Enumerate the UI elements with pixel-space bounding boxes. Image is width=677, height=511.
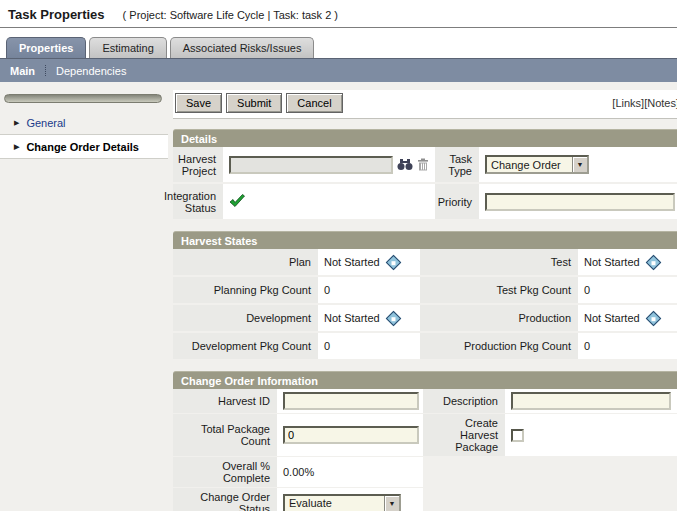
sidebar-item-general[interactable]: ▶ General	[0, 111, 168, 134]
plan-label: Plan	[173, 249, 318, 275]
harvest-id-cell	[277, 389, 423, 413]
integration-status-ok-icon	[229, 194, 245, 209]
change-order-status-select[interactable]: Evaluate ▼	[283, 494, 401, 511]
total-package-count-label: Total Package Count	[173, 414, 277, 456]
development-pkg-count-label: Development Pkg Count	[173, 333, 318, 359]
development-label: Development	[173, 305, 318, 331]
production-pkg-count-label: Production Pkg Count	[420, 333, 578, 359]
test-pkg-count-label: Test Pkg Count	[420, 277, 578, 303]
create-harvest-package-checkbox[interactable]	[511, 429, 524, 442]
cancel-button[interactable]: Cancel	[286, 93, 342, 113]
overall-pct-complete-label: Overall % Complete	[173, 457, 277, 487]
state-diamond-icon	[645, 310, 661, 326]
content-area: ▶ General ▶ Change Order Details Save Su…	[0, 82, 677, 511]
total-package-count-input[interactable]	[283, 426, 419, 444]
state-diamond-icon	[645, 254, 661, 270]
empty-cell	[423, 457, 505, 487]
sidebar-item-change-order-details[interactable]: ▶ Change Order Details	[0, 134, 168, 159]
planning-pkg-count-label: Planning Pkg Count	[173, 277, 318, 303]
harvest-project-label: Harvest Project	[173, 147, 223, 182]
tab-properties[interactable]: Properties	[6, 37, 86, 58]
empty-cell	[423, 488, 505, 511]
subnav-item-main[interactable]: Main	[10, 65, 35, 77]
details-section-header: Details	[173, 129, 677, 147]
total-package-count-cell	[277, 414, 423, 456]
description-cell	[505, 389, 677, 413]
development-value-cell: Not Started	[318, 305, 420, 331]
create-harvest-package-label: Create Harvest Package	[423, 414, 505, 456]
plan-value-cell: Not Started	[318, 249, 420, 275]
change-order-section-header: Change Order Information	[173, 371, 677, 389]
dropdown-arrow-icon: ▼	[572, 157, 587, 172]
tab-associated-risks-issues[interactable]: Associated Risks/Issues	[170, 37, 315, 58]
tab-estimating[interactable]: Estimating	[89, 37, 166, 58]
priority-label: Priority	[435, 184, 479, 219]
empty-cell	[505, 457, 677, 487]
page-title: Task Properties	[8, 7, 105, 22]
empty-cell	[505, 488, 677, 511]
details-section: Details Harvest Project	[173, 129, 677, 219]
browse-binoculars-icon[interactable]	[397, 158, 413, 171]
harvest-project-input[interactable]	[229, 156, 393, 174]
integration-status-label: Integration Status	[173, 184, 223, 219]
test-label: Test	[420, 249, 578, 275]
page-context: ( Project: Software Life Cycle | Task: t…	[123, 9, 338, 21]
production-pkg-count-value: 0	[578, 333, 677, 359]
change-order-status-label: Change Order Status	[173, 488, 277, 511]
links-notes: [Links][Notes]	[612, 97, 677, 109]
chevron-right-icon: ▶	[14, 119, 19, 127]
description-label: Description	[423, 389, 505, 413]
subnav-divider	[45, 65, 46, 76]
priority-input[interactable]	[485, 193, 675, 211]
development-pkg-count-value: 0	[318, 333, 420, 359]
test-value-cell: Not Started	[578, 249, 677, 275]
description-input[interactable]	[511, 392, 671, 410]
change-order-status-cell: Evaluate ▼	[277, 488, 423, 511]
integration-status-cell	[223, 184, 435, 219]
task-type-label: Task Type	[435, 147, 479, 182]
top-action-bar: Save Submit Cancel [Links][Notes]	[173, 90, 677, 119]
harvest-states-section-header: Harvest States	[173, 231, 677, 249]
planning-pkg-count-value: 0	[318, 277, 420, 303]
harvest-id-input[interactable]	[283, 392, 419, 410]
harvest-id-label: Harvest ID	[173, 389, 277, 413]
create-harvest-package-cell	[505, 414, 677, 456]
task-type-select[interactable]: Change Order ▼	[485, 155, 589, 174]
priority-cell	[479, 184, 677, 219]
notes-link[interactable]: [Notes]	[644, 97, 677, 109]
submit-button[interactable]: Submit	[226, 93, 282, 113]
sidebar-collapsed-header[interactable]	[4, 94, 162, 103]
sidebar: ▶ General ▶ Change Order Details	[0, 82, 168, 159]
dropdown-arrow-icon: ▼	[384, 496, 399, 511]
harvest-states-section: Harvest States Plan Not Started Test Not…	[173, 231, 677, 359]
clear-trash-icon[interactable]	[417, 158, 429, 171]
save-button[interactable]: Save	[175, 93, 222, 113]
change-order-section: Change Order Information Harvest ID Desc…	[173, 371, 677, 511]
production-value-cell: Not Started	[578, 305, 677, 331]
production-label: Production	[420, 305, 578, 331]
test-pkg-count-value: 0	[578, 277, 677, 303]
main-panel: Save Submit Cancel [Links][Notes] Detail…	[168, 82, 677, 511]
chevron-right-icon: ▶	[14, 143, 19, 151]
tab-bar: Properties Estimating Associated Risks/I…	[0, 28, 677, 58]
subnav-item-dependencies[interactable]: Dependencies	[56, 65, 126, 77]
subnav-bar: Main Dependencies	[0, 58, 677, 82]
harvest-project-cell	[223, 147, 435, 182]
page-header: Task Properties ( Project: Software Life…	[0, 0, 677, 28]
task-type-cell: Change Order ▼	[479, 147, 677, 182]
links-link[interactable]: [Links]	[612, 97, 644, 109]
overall-pct-complete-value: 0.00%	[277, 457, 423, 487]
state-diamond-icon	[385, 254, 401, 270]
state-diamond-icon	[385, 310, 401, 326]
